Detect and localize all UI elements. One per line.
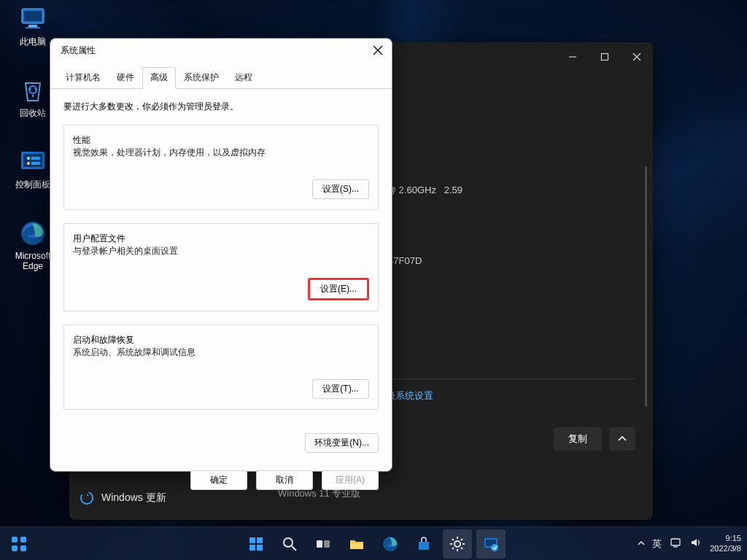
ime-indicator[interactable]: 英 <box>652 537 662 551</box>
svg-rect-28 <box>317 540 322 548</box>
environment-variables-button[interactable]: 环境变量(N)... <box>305 433 379 453</box>
svg-line-37 <box>452 539 454 540</box>
taskbar-running-app[interactable] <box>476 529 506 559</box>
taskbar-edge[interactable] <box>376 529 405 559</box>
task-view-icon <box>315 536 331 552</box>
svg-rect-21 <box>20 545 26 551</box>
tray-overflow-button[interactable] <box>638 540 645 548</box>
svg-rect-19 <box>20 537 26 542</box>
apply-button[interactable]: 应用(A) <box>322 470 379 490</box>
user-profiles-settings-button[interactable]: 设置(E)... <box>308 278 369 300</box>
dialog-title: 系统属性 <box>61 44 96 57</box>
taskbar: 英 9:15 2022/3/8 <box>0 526 747 560</box>
edge-icon <box>382 535 399 553</box>
volume-icon <box>689 536 703 549</box>
group-user-profiles: 用户配置文件 与登录帐户相关的桌面设置 设置(E)... <box>63 223 379 311</box>
group-legend: 用户配置文件 <box>73 233 125 244</box>
sidebar-item-windows-update[interactable]: Windows 更新 <box>80 491 166 505</box>
svg-line-38 <box>461 548 462 549</box>
search-icon <box>282 536 298 552</box>
spec-hostname: 1E3PJOH <box>351 145 635 156</box>
network-icon <box>669 536 682 549</box>
tab-advanced[interactable]: 高级 <box>142 67 176 89</box>
svg-rect-22 <box>249 537 255 543</box>
page-title: 于 <box>351 112 635 139</box>
svg-rect-3 <box>26 27 40 28</box>
tray-network-icon[interactable] <box>669 536 682 551</box>
recycle-bin-icon <box>18 76 47 105</box>
admin-note: 要进行大多数更改，你必须作为管理员登录。 <box>63 101 379 113</box>
collapse-button[interactable] <box>609 427 635 451</box>
dialog-close-button[interactable] <box>371 44 384 57</box>
svg-point-8 <box>27 162 30 165</box>
group-performance: 性能 视觉效果，处理器计划，内存使用，以及虚拟内存 设置(S)... <box>63 125 379 210</box>
taskbar-clock[interactable]: 9:15 2022/3/8 <box>710 534 741 553</box>
svg-rect-23 <box>257 537 263 543</box>
taskbar-widgets[interactable] <box>4 529 34 559</box>
taskbar-explorer[interactable] <box>342 529 371 559</box>
group-desc: 系统启动、系统故障和调试信息 <box>73 346 369 359</box>
svg-point-43 <box>491 544 498 551</box>
svg-rect-20 <box>12 545 18 551</box>
edge-icon <box>18 219 47 248</box>
taskbar-settings[interactable] <box>443 529 472 559</box>
tab-system-protection[interactable]: 系统保护 <box>176 67 227 89</box>
tab-hardware[interactable]: 硬件 <box>109 67 142 89</box>
sidebar-item-label: Windows 更新 <box>101 491 166 505</box>
svg-line-40 <box>461 539 462 540</box>
svg-rect-5 <box>23 154 42 167</box>
store-icon <box>416 536 432 552</box>
windows-update-icon <box>80 491 94 505</box>
dialog-titlebar[interactable]: 系统属性 <box>50 39 392 62</box>
ok-button[interactable]: 确定 <box>190 470 247 490</box>
taskbar-start[interactable] <box>241 529 271 559</box>
svg-rect-29 <box>324 540 330 548</box>
taskbar-search[interactable] <box>275 529 304 559</box>
svg-rect-12 <box>602 54 608 61</box>
scrollbar[interactable] <box>645 166 647 407</box>
close-button[interactable] <box>621 42 653 71</box>
taskbar-store[interactable] <box>409 529 438 559</box>
svg-rect-1 <box>24 11 42 21</box>
widgets-icon <box>10 535 28 553</box>
group-legend: 启动和故障恢复 <box>73 335 134 345</box>
tray-volume-icon[interactable] <box>689 536 703 551</box>
this-pc-icon <box>18 4 47 34</box>
group-legend: 性能 <box>73 135 90 145</box>
svg-point-32 <box>454 541 460 547</box>
chevron-up-icon <box>638 540 645 547</box>
taskbar-task-view[interactable] <box>309 529 338 559</box>
group-desc: 视觉效果，处理器计划，内存使用，以及虚拟内存 <box>73 147 369 159</box>
dialog-footer: 确定 取消 应用(A) <box>50 463 392 490</box>
maximize-button[interactable] <box>589 42 621 71</box>
startup-recovery-settings-button[interactable]: 设置(T)... <box>312 379 369 399</box>
system-icon <box>482 535 500 553</box>
clock-date: 2022/3/8 <box>710 544 741 553</box>
control-panel-icon <box>18 147 47 176</box>
folder-icon <box>348 535 365 553</box>
start-icon <box>247 535 265 553</box>
svg-rect-44 <box>671 539 680 545</box>
tab-remote[interactable]: 远程 <box>227 67 260 89</box>
clock-time: 9:15 <box>710 534 741 543</box>
cancel-button[interactable]: 取消 <box>256 470 313 490</box>
group-startup-recovery: 启动和故障恢复 系统启动、系统故障和调试信息 设置(T)... <box>63 324 379 410</box>
svg-rect-25 <box>257 545 263 551</box>
performance-settings-button[interactable]: 设置(S)... <box>312 179 369 199</box>
svg-rect-18 <box>12 537 18 542</box>
svg-rect-24 <box>249 545 255 551</box>
svg-point-6 <box>27 157 30 160</box>
system-properties-dialog: 系统属性 计算机名 硬件 高级 系统保护 远程 要进行大多数更改，你必须作为管理… <box>50 38 392 472</box>
svg-rect-7 <box>31 157 40 160</box>
chevron-up-icon <box>617 434 627 444</box>
gear-icon <box>449 536 465 552</box>
svg-point-26 <box>284 538 293 547</box>
close-icon <box>371 44 384 57</box>
group-desc: 与登录帐户相关的桌面设置 <box>73 245 369 257</box>
svg-rect-9 <box>31 162 40 165</box>
svg-line-39 <box>452 548 454 549</box>
minimize-button[interactable] <box>557 42 589 71</box>
svg-rect-2 <box>28 25 37 27</box>
tab-computer-name[interactable]: 计算机名 <box>58 67 109 89</box>
copy-button[interactable]: 复制 <box>554 427 602 451</box>
